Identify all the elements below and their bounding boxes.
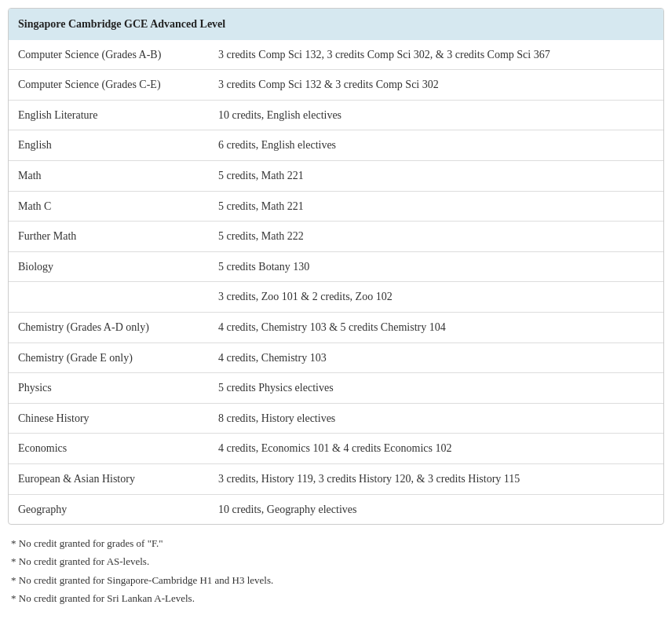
table-row: Math5 credits, Math 221 bbox=[9, 160, 663, 191]
credits-cell: 5 credits Physics electives bbox=[209, 373, 663, 404]
table-row: Biology5 credits Botany 130 bbox=[9, 251, 663, 282]
note-item: * No credit granted for AS-levels. bbox=[11, 552, 661, 570]
table-row: 3 credits, Zoo 101 & 2 credits, Zoo 102 bbox=[9, 282, 663, 313]
credits-cell: 5 credits, Math 221 bbox=[209, 160, 663, 191]
table-row: European & Asian History3 credits, Histo… bbox=[9, 463, 663, 494]
subject-cell: Math bbox=[9, 160, 209, 191]
credits-cell: 5 credits, Math 222 bbox=[209, 222, 663, 252]
credits-cell: 3 credits Comp Sci 132, 3 credits Comp S… bbox=[209, 40, 663, 70]
table-row: Chemistry (Grades A-D only)4 credits, Ch… bbox=[9, 312, 663, 342]
note-item: * No credit granted for Singapore-Cambri… bbox=[11, 571, 661, 589]
table-row: Computer Science (Grades A-B)3 credits C… bbox=[9, 40, 663, 70]
subject-cell bbox=[9, 282, 209, 313]
subject-cell: English bbox=[9, 130, 209, 161]
credits-table: Singapore Cambridge GCE Advanced Level C… bbox=[9, 9, 663, 524]
subject-cell: Computer Science (Grades C-E) bbox=[9, 70, 209, 101]
table-row: Math C5 credits, Math 221 bbox=[9, 191, 663, 222]
subject-cell: English Literature bbox=[9, 100, 209, 130]
table-row: Geography10 credits, Geography electives bbox=[9, 494, 663, 524]
credits-cell: 10 credits, Geography electives bbox=[209, 494, 663, 524]
table-title: Singapore Cambridge GCE Advanced Level bbox=[9, 9, 663, 40]
credits-cell: 4 credits, Chemistry 103 & 5 credits Che… bbox=[209, 312, 663, 342]
credits-cell: 10 credits, English electives bbox=[209, 100, 663, 130]
credits-cell: 3 credits, History 119, 3 credits Histor… bbox=[209, 463, 663, 494]
subject-cell: Physics bbox=[9, 373, 209, 404]
subject-cell: Further Math bbox=[9, 222, 209, 252]
note-item: * No credit granted for grades of "F." bbox=[11, 534, 661, 552]
credits-cell: 3 credits, Zoo 101 & 2 credits, Zoo 102 bbox=[209, 282, 663, 313]
subject-cell: European & Asian History bbox=[9, 463, 209, 494]
table-row: Further Math5 credits, Math 222 bbox=[9, 222, 663, 252]
subject-cell: Chemistry (Grade E only) bbox=[9, 342, 209, 373]
table-row: Physics5 credits Physics electives bbox=[9, 373, 663, 404]
table-row: Economics4 credits, Economics 101 & 4 cr… bbox=[9, 434, 663, 464]
credits-cell: 8 credits, History electives bbox=[209, 403, 663, 434]
credits-cell: 5 credits, Math 221 bbox=[209, 191, 663, 222]
table-header-row: Singapore Cambridge GCE Advanced Level bbox=[9, 9, 663, 40]
subject-cell: Chemistry (Grades A-D only) bbox=[9, 312, 209, 342]
table-row: Chinese History8 credits, History electi… bbox=[9, 403, 663, 434]
subject-cell: Economics bbox=[9, 434, 209, 464]
subject-cell: Computer Science (Grades A-B) bbox=[9, 40, 209, 70]
credits-cell: 5 credits Botany 130 bbox=[209, 251, 663, 282]
credits-cell: 4 credits, Chemistry 103 bbox=[209, 342, 663, 373]
notes-section: * No credit granted for grades of "F."* … bbox=[8, 525, 664, 611]
note-item: * No credit granted for Sri Lankan A-Lev… bbox=[11, 589, 661, 607]
subject-cell: Biology bbox=[9, 251, 209, 282]
credits-cell: 4 credits, Economics 101 & 4 credits Eco… bbox=[209, 434, 663, 464]
subject-cell: Chinese History bbox=[9, 403, 209, 434]
table-row: English Literature10 credits, English el… bbox=[9, 100, 663, 130]
main-table-container: Singapore Cambridge GCE Advanced Level C… bbox=[8, 8, 664, 525]
table-row: Chemistry (Grade E only)4 credits, Chemi… bbox=[9, 342, 663, 373]
subject-cell: Geography bbox=[9, 494, 209, 524]
subject-cell: Math C bbox=[9, 191, 209, 222]
table-row: Computer Science (Grades C-E)3 credits C… bbox=[9, 70, 663, 101]
credits-cell: 3 credits Comp Sci 132 & 3 credits Comp … bbox=[209, 70, 663, 101]
table-row: English6 credits, English electives bbox=[9, 130, 663, 161]
credits-cell: 6 credits, English electives bbox=[209, 130, 663, 161]
